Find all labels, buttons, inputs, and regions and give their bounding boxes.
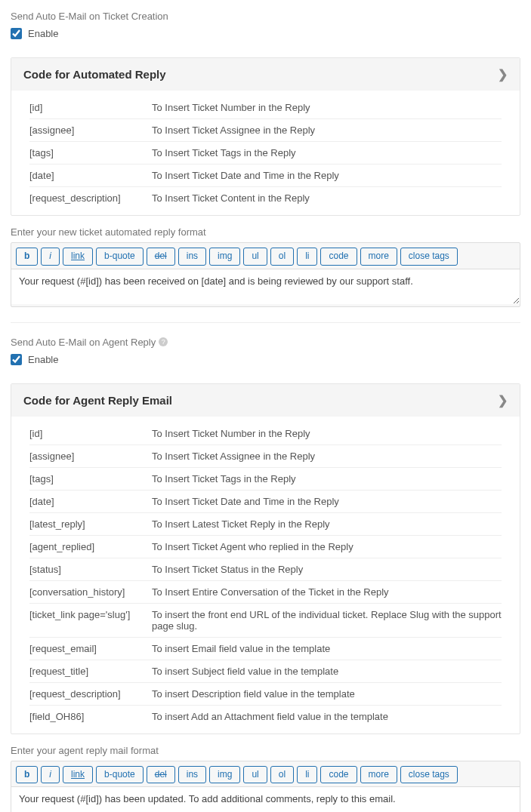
table-row: [request_description]To Insert Ticket Co… (29, 187, 502, 210)
agent-reply-title-text: Send Auto E-Mail on Agent Reply (11, 337, 156, 348)
code-description: To insert Add an Attachment field value … (152, 705, 502, 727)
agent-reply-toolbar: b i link b-quote del ins img ul ol li co… (11, 761, 520, 787)
toolbar-ins-button[interactable]: ins (178, 766, 206, 784)
code-token: [request_description] (29, 682, 152, 705)
toolbar-ol-button[interactable]: ol (270, 766, 294, 784)
toolbar-del-button[interactable]: del (147, 766, 175, 784)
code-token: [tags] (29, 142, 152, 165)
code-token: [request_title] (29, 660, 152, 682)
code-token: [tags] (29, 467, 152, 490)
code-description: To Insert Ticket Assignee in the Reply (152, 119, 502, 142)
agent-reply-enable-label: Enable (28, 354, 58, 365)
table-row: [ticket_link page='slug']To insert the f… (29, 603, 502, 637)
agent-reply-panel-title: Code for Agent Reply Email (23, 394, 172, 407)
code-token: [date] (29, 165, 152, 187)
code-description: To Insert Ticket Status in the Reply (152, 558, 502, 580)
auto-reply-textarea[interactable] (11, 269, 520, 304)
table-row: [request_description]To insert Descripti… (29, 682, 502, 705)
toolbar-italic-button[interactable]: i (41, 766, 60, 784)
agent-reply-codes-table: [id]To Insert Ticket Number in the Reply… (29, 423, 502, 727)
toolbar-code-button[interactable]: code (320, 248, 357, 266)
auto-reply-format-label: Enter your new ticket automated reply fo… (11, 226, 520, 238)
automated-reply-panel-header[interactable]: Code for Automated Reply ❯ (11, 58, 520, 91)
table-row: [assignee]To Insert Ticket Assignee in t… (29, 444, 502, 467)
code-description: To Insert Ticket Number in the Reply (152, 97, 502, 119)
code-token: [date] (29, 490, 152, 512)
code-token: [conversation_history] (29, 580, 152, 603)
table-row: [status]To Insert Ticket Status in the R… (29, 558, 502, 580)
table-row: [conversation_history]To Insert Entire C… (29, 580, 502, 603)
table-row: [latest_reply]To Insert Latest Ticket Re… (29, 512, 502, 535)
toolbar-bquote-button[interactable]: b-quote (96, 248, 144, 266)
auto-reply-enable-label: Enable (28, 28, 58, 39)
code-token: [id] (29, 423, 152, 445)
toolbar-img-button[interactable]: img (209, 766, 240, 784)
table-row: [assignee]To Insert Ticket Assignee in t… (29, 119, 502, 142)
table-row: [field_OH86]To insert Add an Attachment … (29, 705, 502, 727)
toolbar-del-button[interactable]: del (147, 248, 175, 266)
agent-reply-panel-header[interactable]: Code for Agent Reply Email ❯ (11, 384, 520, 417)
automated-reply-code-panel: Code for Automated Reply ❯ [id]To Insert… (11, 57, 520, 216)
code-description: To Insert Entire Conversation of the Tic… (152, 580, 502, 603)
automated-reply-codes-table: [id]To Insert Ticket Number in the Reply… (29, 97, 502, 209)
code-description: To Insert Ticket Tags in the Reply (152, 142, 502, 165)
table-row: [tags]To Insert Ticket Tags in the Reply (29, 467, 502, 490)
code-description: To Insert Ticket Number in the Reply (152, 423, 502, 445)
toolbar-li-button[interactable]: li (297, 248, 317, 266)
agent-reply-enable-checkbox[interactable] (11, 354, 22, 365)
agent-reply-format-label: Enter your agent reply mail format (11, 745, 520, 756)
table-row: [tags]To Insert Ticket Tags in the Reply (29, 142, 502, 165)
auto-reply-enable-checkbox[interactable] (11, 28, 22, 39)
code-token: [agent_replied] (29, 535, 152, 558)
toolbar-more-button[interactable]: more (360, 248, 397, 266)
code-token: [ticket_link page='slug'] (29, 603, 152, 637)
section-divider (11, 322, 520, 323)
code-description: To Insert Ticket Assignee in the Reply (152, 444, 502, 467)
table-row: [id]To Insert Ticket Number in the Reply (29, 423, 502, 445)
toolbar-code-button[interactable]: code (320, 766, 357, 784)
table-row: [id]To Insert Ticket Number in the Reply (29, 97, 502, 119)
auto-reply-editor: b i link b-quote del ins img ul ol li co… (11, 242, 520, 307)
toolbar-bold-button[interactable]: b (16, 766, 38, 784)
toolbar-link-button[interactable]: link (63, 248, 93, 266)
code-description: To Insert Ticket Date and Time in the Re… (152, 165, 502, 187)
code-description: To Insert Ticket Content in the Reply (152, 187, 502, 210)
code-token: [id] (29, 97, 152, 119)
auto-email-agent-reply-label: Send Auto E-Mail on Agent Reply ? (11, 337, 520, 348)
toolbar-italic-button[interactable]: i (41, 248, 60, 266)
toolbar-close-tags-button[interactable]: close tags (400, 248, 458, 266)
toolbar-ol-button[interactable]: ol (270, 248, 294, 266)
code-description: To Insert Ticket Tags in the Reply (152, 467, 502, 490)
toolbar-ul-button[interactable]: ul (243, 766, 267, 784)
code-token: [status] (29, 558, 152, 580)
chevron-right-icon: ❯ (498, 67, 508, 82)
toolbar-bold-button[interactable]: b (16, 248, 38, 266)
toolbar-bquote-button[interactable]: b-quote (96, 766, 144, 784)
code-description: To Insert Ticket Date and Time in the Re… (152, 490, 502, 512)
toolbar-img-button[interactable]: img (209, 248, 240, 266)
automated-reply-panel-title: Code for Automated Reply (23, 68, 166, 81)
code-description: To Insert Latest Ticket Reply in the Rep… (152, 512, 502, 535)
table-row: [request_email]To insert Email field val… (29, 637, 502, 660)
toolbar-link-button[interactable]: link (63, 766, 93, 784)
code-description: To Insert Ticket Agent who replied in th… (152, 535, 502, 558)
code-token: [request_description] (29, 187, 152, 210)
code-description: To insert Subject field value in the tem… (152, 660, 502, 682)
table-row: [date]To Insert Ticket Date and Time in … (29, 165, 502, 187)
toolbar-close-tags-button[interactable]: close tags (400, 766, 458, 784)
toolbar-ins-button[interactable]: ins (178, 248, 206, 266)
code-token: [request_email] (29, 637, 152, 660)
agent-reply-code-panel: Code for Agent Reply Email ❯ [id]To Inse… (11, 383, 520, 734)
code-token: [field_OH86] (29, 705, 152, 727)
help-icon[interactable]: ? (159, 337, 168, 346)
toolbar-li-button[interactable]: li (297, 766, 317, 784)
toolbar-ul-button[interactable]: ul (243, 248, 267, 266)
auto-email-ticket-creation-label: Send Auto E-Mail on Ticket Creation (11, 11, 520, 22)
chevron-right-icon: ❯ (498, 393, 508, 408)
code-token: [assignee] (29, 119, 152, 142)
code-token: [assignee] (29, 444, 152, 467)
toolbar-more-button[interactable]: more (360, 766, 397, 784)
code-description: To insert Description field value in the… (152, 682, 502, 705)
agent-reply-textarea[interactable] (11, 786, 520, 812)
code-token: [latest_reply] (29, 512, 152, 535)
